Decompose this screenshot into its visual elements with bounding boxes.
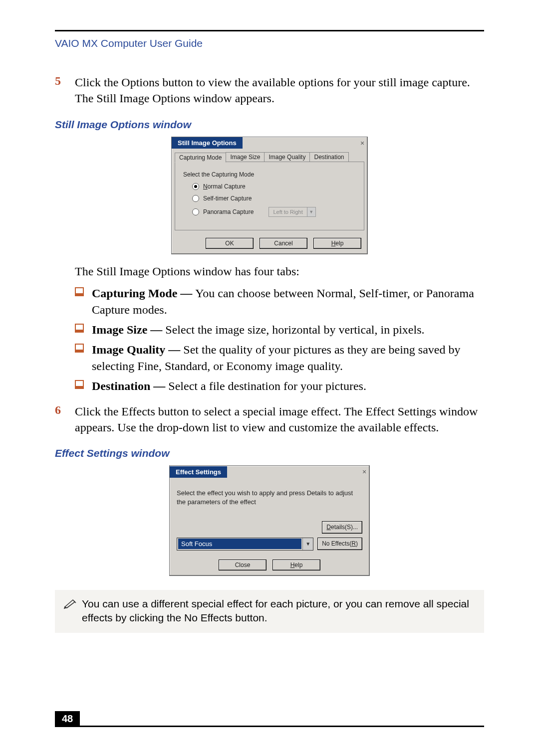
document-page: VAIO MX Computer User Guide 5 Click the …: [0, 0, 539, 756]
radio-icon: [192, 183, 199, 190]
tab-destination[interactable]: Destination: [309, 152, 348, 162]
panel-prompt: Select the Capturing Mode: [183, 171, 356, 178]
tab-capturing-mode[interactable]: Capturing Mode: [175, 153, 226, 163]
effect-instructions: Select the effect you wish to apply and …: [177, 489, 362, 506]
select-value: Soft Focus: [178, 539, 301, 550]
tab-strip: Capturing Mode Image Size Image Quality …: [172, 149, 367, 162]
tab-image-quality[interactable]: Image Quality: [264, 152, 310, 162]
step-text: Click the Options button to view the ava…: [75, 74, 484, 107]
chevron-down-icon[interactable]: ▼: [302, 538, 313, 550]
page-number: 48: [55, 711, 80, 727]
bullet-bold: Destination —: [92, 379, 168, 392]
radio-label-u: N: [203, 183, 208, 190]
bullet-icon: [75, 378, 92, 389]
bullet-icon: [75, 342, 92, 353]
details-button[interactable]: Details(S)...: [322, 521, 362, 533]
list-item: Destination — Select a file destination …: [75, 378, 484, 394]
radio-self-timer-capture[interactable]: Self-timer Capture: [192, 195, 356, 202]
select-value: Left to Right: [269, 209, 306, 215]
post-figure-para: The Still Image Options window has four …: [75, 263, 484, 279]
tab-descriptions-list: Capturing Mode — You can choose between …: [75, 285, 484, 394]
close-icon[interactable]: ×: [357, 139, 367, 147]
details-button-row: Details(S)...: [177, 521, 362, 533]
running-head: VAIO MX Computer User Guide: [55, 37, 484, 49]
dialog-button-row: OK Cancel Help: [172, 234, 367, 254]
tab-panel: Select the Capturing Mode Normal Capture…: [175, 162, 364, 230]
ok-button[interactable]: OK: [206, 238, 254, 249]
bullet-bold: Capturing Mode —: [92, 287, 195, 300]
note-box: You can use a different special effect f…: [55, 590, 484, 633]
list-item: Image Quality — Set the quality of your …: [75, 342, 484, 374]
figure-caption-1: Still Image Options window: [55, 119, 484, 131]
step-5: 5 Click the Options button to view the a…: [55, 74, 484, 107]
dialog-title: Effect Settings: [170, 466, 227, 478]
chevron-down-icon: ▼: [307, 207, 315, 216]
dialog-title: Still Image Options: [172, 137, 243, 149]
dialog-body: Select the effect you wish to apply and …: [170, 478, 369, 555]
bullet-rest: Select a file destination for your pictu…: [168, 379, 366, 392]
radio-icon: [192, 208, 199, 215]
step-text: Click the Effects button to select a spe…: [75, 403, 484, 436]
bullet-bold: Image Quality —: [92, 343, 183, 356]
step-6: 6 Click the Effects button to select a s…: [55, 403, 484, 436]
note-text: You can use a different special effect f…: [82, 597, 475, 625]
effect-settings-dialog: Effect Settings × Select the effect you …: [169, 465, 370, 575]
radio-label: Panorama Capture: [203, 208, 254, 215]
list-item: Image Size — Select the image size, hori…: [75, 322, 484, 338]
bullet-rest: Select the image size, horizontal by ver…: [165, 323, 424, 336]
step-number: 5: [55, 74, 75, 88]
radio-normal-capture[interactable]: Normal Capture: [192, 183, 356, 190]
bullet-bold: Image Size —: [92, 323, 165, 336]
figure-caption-2: Effect Settings window: [55, 447, 484, 459]
top-rule: [55, 30, 484, 31]
no-effects-button[interactable]: No Effects(R): [317, 538, 362, 550]
step-number: 6: [55, 403, 75, 417]
page-footer: 48: [55, 711, 484, 727]
help-button[interactable]: Help: [272, 560, 320, 570]
list-item: Capturing Mode — You can choose between …: [75, 285, 484, 318]
svg-rect-1: [75, 293, 83, 296]
radio-icon: [192, 195, 199, 202]
still-image-dialog-figure: Still Image Options × Capturing Mode Ima…: [55, 137, 484, 254]
cancel-button[interactable]: Cancel: [260, 238, 307, 249]
bullet-icon: [75, 322, 92, 333]
bullet-icon: [75, 285, 92, 296]
dialog-button-row: Close Help: [170, 556, 369, 575]
still-image-dialog: Still Image Options × Capturing Mode Ima…: [171, 137, 368, 254]
effect-select-row: Soft Focus ▼ No Effects(R): [177, 538, 362, 551]
footer-rule: [55, 726, 484, 727]
radio-label: Self-timer Capture: [203, 195, 252, 202]
close-button[interactable]: Close: [219, 560, 267, 570]
effect-select[interactable]: Soft Focus ▼: [177, 538, 313, 551]
svg-rect-5: [75, 350, 83, 353]
note-icon: [64, 597, 77, 612]
panorama-direction-select: Left to Right ▼: [269, 207, 315, 217]
radio-label: ormal Capture: [208, 183, 246, 190]
effect-settings-dialog-figure: Effect Settings × Select the effect you …: [55, 465, 484, 575]
dialog-titlebar: Still Image Options ×: [172, 137, 367, 149]
dialog-titlebar: Effect Settings ×: [170, 466, 369, 478]
tab-image-size[interactable]: Image Size: [226, 152, 265, 162]
radio-panorama-capture[interactable]: Panorama Capture Left to Right ▼: [192, 207, 356, 217]
close-icon[interactable]: ×: [359, 468, 369, 476]
svg-rect-7: [75, 386, 83, 389]
help-button[interactable]: Help: [313, 238, 361, 249]
svg-rect-3: [75, 330, 83, 333]
